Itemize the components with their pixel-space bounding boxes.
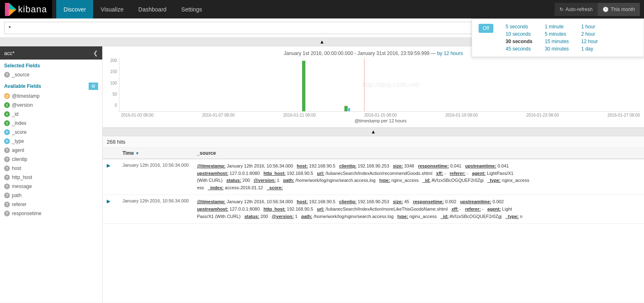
url-key-1[interactable]: url: [317, 171, 324, 176]
collapse-bar-middle[interactable]: ▲ [103, 128, 644, 136]
id-key-1[interactable]: _id: [422, 178, 431, 183]
field-timestamp[interactable]: @ @timestamp [0, 92, 102, 101]
refresh-30m[interactable]: 30 minutes [545, 46, 569, 52]
doctype-key-2[interactable]: _type: [505, 214, 518, 219]
field-type[interactable]: # _type [0, 137, 102, 146]
size-key-2[interactable]: size: [393, 199, 403, 204]
refresh-15m[interactable]: 15 minutes [545, 39, 569, 44]
fields-gear-button[interactable]: ⚙ [89, 83, 98, 90]
referer-key-1[interactable]: referer: [450, 171, 466, 176]
id-key-2[interactable]: _id: [440, 214, 449, 219]
field-referer[interactable]: ? referer [0, 200, 102, 209]
score-key-1[interactable]: _score: [267, 185, 283, 190]
sort-indicator: ▼ [135, 151, 140, 156]
doctype-key-1[interactable]: _type: [487, 178, 500, 183]
type-key-1[interactable]: type: [379, 178, 390, 183]
score-type-icon: # [4, 129, 10, 135]
field-message-name: message [12, 184, 32, 189]
by-hours-link[interactable]: by 12 hours [437, 50, 463, 56]
field-message[interactable]: ? message [0, 182, 102, 191]
bar-small-green [344, 106, 348, 111]
bar-group-5 [206, 58, 228, 111]
url-key-2[interactable]: url: [317, 207, 324, 211]
field-id[interactable]: t _id [0, 110, 102, 119]
results-header: 268 hits [103, 136, 644, 148]
responsetime-key-2[interactable]: responsetime: [413, 199, 444, 204]
xff-key-2[interactable]: xff: [451, 207, 458, 211]
version-key-1[interactable]: @version: [254, 178, 276, 183]
status-key-2[interactable]: status: [244, 214, 259, 219]
x-label-4: 2016-01-19 08:00 [445, 113, 478, 117]
index-key-1[interactable]: _index: [208, 185, 224, 190]
refresh-30s[interactable]: 30 seconds [506, 39, 532, 44]
sidebar: acc* ❮ Selected Fields ? _source Availab… [0, 46, 103, 303]
nav-settings[interactable]: Settings [174, 0, 210, 18]
agent-key-1[interactable]: agent: [472, 171, 486, 176]
bar-group-6 [228, 58, 250, 111]
off-button[interactable]: Off [479, 24, 493, 33]
field-http-host[interactable]: ? http_host [0, 173, 102, 182]
id-type-icon: t [4, 111, 10, 117]
refresh-1d[interactable]: 1 day [581, 46, 598, 52]
responsetime-type-icon: ? [4, 211, 10, 216]
field-version[interactable]: t @version [0, 101, 102, 110]
responsetime-key-1[interactable]: responsetime: [418, 163, 449, 168]
source-cell-1: @timestamp: January 12th 2016, 10:56:34.… [193, 159, 644, 195]
referer-key-2[interactable]: referer: [465, 207, 481, 211]
host-key-2[interactable]: host: [297, 199, 308, 204]
refresh-1h[interactable]: 1 hour [581, 24, 598, 30]
collapse-sidebar-button[interactable]: ❮ [93, 50, 98, 56]
timestamp-key-1[interactable]: @timestamp: [197, 163, 225, 168]
upstreamhost-key-2[interactable]: upstreamhost: [197, 207, 228, 211]
auto-refresh-button[interactable]: ↻ Auto-refresh [555, 3, 598, 16]
selected-fields-label: Selected Fields [0, 60, 102, 70]
refresh-5s[interactable]: 5 seconds [506, 24, 532, 30]
bar-group-24 [618, 58, 640, 111]
bar-group-9 [293, 58, 315, 111]
nav-visualize[interactable]: Visualize [93, 0, 131, 18]
field-score[interactable]: # _score [0, 128, 102, 137]
field-clientip[interactable]: ? clientip [0, 155, 102, 164]
nav-dashboard[interactable]: Dashboard [131, 0, 174, 18]
nav-discover[interactable]: Discover [56, 0, 93, 18]
upstreamhost-key-1[interactable]: upstreamhost: [197, 171, 228, 176]
agent-key-2[interactable]: agent: [487, 207, 501, 211]
clientip-key-2[interactable]: clientip: [339, 199, 356, 204]
path-key-2[interactable]: path: [301, 214, 312, 219]
refresh-5m[interactable]: 5 minutes [545, 31, 569, 37]
field-timestamp-name: @timestamp [12, 93, 40, 99]
expand-button-1[interactable]: ▶ [107, 163, 110, 168]
version-key-2[interactable]: @version: [272, 214, 294, 219]
size-key-1[interactable]: size: [393, 163, 403, 168]
field-type-name: _type [12, 138, 24, 144]
refresh-1m[interactable]: 1 minute [545, 24, 569, 30]
field-responsetime[interactable]: ? responsetime [0, 209, 102, 218]
type-key-2[interactable]: type: [397, 214, 408, 219]
expand-button-2[interactable]: ▶ [107, 198, 110, 204]
clientip-key-1[interactable]: clientip: [339, 163, 356, 168]
http-host-key-1[interactable]: http_host: [264, 171, 286, 176]
bar-group-22 [575, 58, 596, 111]
this-month-button[interactable]: 🕐 This month [598, 3, 640, 16]
refresh-45s[interactable]: 45 seconds [506, 46, 532, 52]
field-path[interactable]: ? path [0, 191, 102, 200]
status-key-1[interactable]: status: [226, 178, 241, 183]
refresh-2h[interactable]: 2 hour [581, 31, 598, 37]
http-host-type-icon: ? [4, 174, 10, 180]
host-key-1[interactable]: host: [297, 163, 308, 168]
refresh-12h[interactable]: 12 hour [581, 39, 598, 44]
field-http-host-name: http_host [12, 174, 32, 180]
source-field[interactable]: ? _source [0, 70, 102, 79]
xff-key-1[interactable]: xff: [436, 171, 443, 176]
timestamp-key-2[interactable]: @timestamp: [197, 199, 225, 204]
bar-group-4 [184, 58, 206, 111]
http-host-key-2[interactable]: http_host: [264, 207, 286, 211]
field-agent[interactable]: ? agent [0, 146, 102, 155]
field-host[interactable]: ? host [0, 164, 102, 173]
upstreamtime-key-2[interactable]: upstreamtime: [460, 199, 491, 204]
path-key-1[interactable]: path: [283, 178, 294, 183]
refresh-10s[interactable]: 10 seconds [506, 31, 532, 37]
refresh-col-1: 5 seconds 10 seconds 30 seconds 45 secon… [506, 24, 532, 52]
upstreamtime-key-1[interactable]: upstreamtime: [465, 163, 496, 168]
field-index[interactable]: t _index [0, 119, 102, 128]
